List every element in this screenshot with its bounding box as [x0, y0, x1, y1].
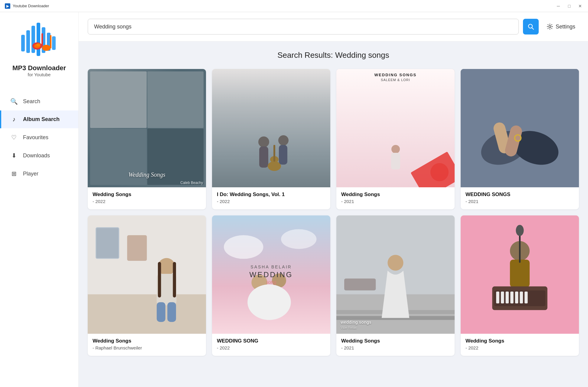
album-7-title: Wedding Songs [341, 338, 450, 344]
sidebar: MP3 Downloader for Youtube 🔍 Search ♪ Al… [0, 12, 79, 387]
search-input[interactable] [88, 19, 519, 34]
svg-line-16 [532, 28, 534, 30]
svg-rect-64 [510, 292, 513, 303]
album-2-info: I Do: Wedding Songs, Vol. 1 - 2022 [212, 187, 330, 209]
svg-rect-41 [173, 262, 176, 297]
sidebar-item-player[interactable]: ⊞ Player [0, 165, 78, 183]
close-button[interactable]: ✕ [577, 3, 583, 9]
settings-button[interactable]: Settings [543, 21, 579, 32]
svg-rect-43 [167, 302, 176, 322]
album-card-2[interactable]: I Do: Wedding Songs, Vol. 1 - 2022 [212, 69, 330, 209]
main-content: Settings Search Results: Wedding songs [79, 12, 588, 387]
results-area: Search Results: Wedding songs Wedding [79, 41, 588, 387]
album-8-info: Wedding Songs - 2022 [461, 334, 579, 356]
album-7-meta: - 2021 [341, 345, 450, 350]
search-icon [528, 23, 534, 30]
sidebar-item-player-label: Player [23, 171, 38, 177]
album-5-title: Wedding Songs [93, 338, 201, 344]
app-logo [20, 21, 59, 61]
album-1-title: Wedding Songs [93, 192, 201, 198]
svg-rect-61 [496, 292, 499, 303]
sidebar-item-album-search[interactable]: ♪ Album Search [0, 110, 78, 128]
svg-point-54 [387, 255, 403, 271]
album-card-8[interactable]: Wedding Songs - 2022 [461, 215, 579, 356]
svg-rect-58 [510, 260, 530, 287]
downloads-icon: ⬇ [10, 152, 18, 159]
album-5-meta: - Raphael Brunschweiler [93, 345, 201, 350]
sidebar-item-search[interactable]: 🔍 Search [0, 92, 78, 110]
album-7-info: Wedding Songs - 2021 [336, 334, 455, 356]
album-art-7: wedding songs Vibe Relax [336, 215, 455, 334]
search-nav-icon: 🔍 [10, 98, 18, 105]
svg-rect-62 [501, 292, 504, 303]
app-title: Youtube Downloader [13, 4, 553, 8]
svg-point-17 [549, 26, 551, 28]
svg-rect-26 [391, 153, 400, 169]
album-3-title: Wedding Songs [341, 192, 450, 198]
album-art-3: WEDDING SONGS SALEEM & LORI [336, 69, 455, 187]
svg-rect-13 [50, 35, 51, 48]
album-8-title: Wedding Songs [466, 338, 574, 344]
logo-subtitle: for Youtube [28, 72, 51, 77]
svg-rect-8 [52, 36, 56, 50]
minimize-button[interactable]: ─ [555, 3, 561, 9]
album-art-1: Wedding Songs Caleb Beachy [88, 69, 206, 187]
album-art-2 [212, 69, 330, 187]
gear-icon [547, 23, 553, 30]
search-button[interactable] [523, 19, 539, 34]
album-card-6[interactable]: SASHA BELAIR WEDDING song WEDDING SONG -… [212, 215, 330, 356]
album-6-meta: - 2022 [217, 345, 325, 350]
album-1-meta: - 2022 [93, 199, 201, 204]
albums-grid: Wedding Songs Caleb Beachy Wedding Songs… [88, 69, 579, 356]
album-6-title: WEDDING SONG [217, 338, 325, 344]
sidebar-item-downloads-label: Downloads [23, 153, 50, 159]
album-1-artist: Caleb Beachy [180, 181, 203, 185]
titlebar: ▶ Youtube Downloader ─ □ ✕ [0, 0, 588, 12]
album-art-4 [461, 69, 579, 187]
logo-container: MP3 Downloader for Youtube [12, 21, 66, 77]
svg-rect-40 [158, 262, 161, 297]
album-art-6: SASHA BELAIR WEDDING song [212, 215, 330, 334]
maximize-button[interactable]: □ [566, 3, 572, 9]
album-6-info: WEDDING SONG - 2022 [212, 334, 330, 356]
app-icon: ▶ [5, 3, 10, 9]
svg-rect-65 [515, 292, 518, 303]
album-card-3[interactable]: WEDDING SONGS SALEEM & LORI Wedding [336, 69, 455, 209]
logo-title: MP3 Downloader [12, 64, 66, 72]
album-4-meta: - 2021 [466, 199, 574, 204]
nav-menu: 🔍 Search ♪ Album Search ♡ Favourites ⬇ D… [0, 92, 78, 183]
svg-point-12 [42, 45, 51, 51]
window-controls: ─ □ ✕ [555, 3, 583, 9]
settings-label: Settings [556, 24, 575, 30]
search-bar-area: Settings [79, 12, 588, 41]
sidebar-item-downloads[interactable]: ⬇ Downloads [0, 146, 78, 165]
svg-point-14 [36, 43, 41, 46]
svg-rect-63 [506, 292, 509, 303]
album-card-1[interactable]: Wedding Songs Caleb Beachy Wedding Songs… [88, 69, 206, 209]
svg-rect-11 [41, 33, 43, 47]
favourites-icon: ♡ [10, 134, 18, 141]
sidebar-item-favourites[interactable]: ♡ Favourites [0, 128, 78, 146]
svg-point-69 [516, 225, 524, 236]
album-1-info: Wedding Songs - 2022 [88, 187, 206, 209]
svg-point-45 [224, 235, 263, 259]
results-title: Search Results: Wedding songs [88, 51, 579, 60]
album-art-5 [88, 215, 206, 334]
album-8-meta: - 2022 [466, 345, 574, 350]
svg-rect-2 [21, 35, 25, 51]
svg-rect-5 [37, 23, 40, 56]
svg-rect-3 [26, 30, 30, 53]
album-5-info: Wedding Songs - Raphael Brunschweiler [88, 334, 206, 356]
album-search-icon: ♪ [10, 116, 18, 123]
album-3-info: Wedding Songs - 2021 [336, 187, 455, 209]
svg-rect-34 [88, 294, 206, 334]
album-card-7[interactable]: wedding songs Vibe Relax Wedding Songs -… [336, 215, 455, 356]
sidebar-item-favourites-label: Favourites [23, 134, 48, 141]
svg-rect-36 [96, 228, 119, 258]
app-body: MP3 Downloader for Youtube 🔍 Search ♪ Al… [0, 12, 588, 387]
album-2-title: I Do: Wedding Songs, Vol. 1 [217, 192, 325, 198]
album-card-5[interactable]: Wedding Songs - Raphael Brunschweiler [88, 215, 206, 356]
album-card-4[interactable]: WEDDING SONGS - 2021 [461, 69, 579, 209]
svg-rect-37 [127, 235, 147, 261]
album-1-cover-text: Wedding Songs [88, 171, 206, 178]
